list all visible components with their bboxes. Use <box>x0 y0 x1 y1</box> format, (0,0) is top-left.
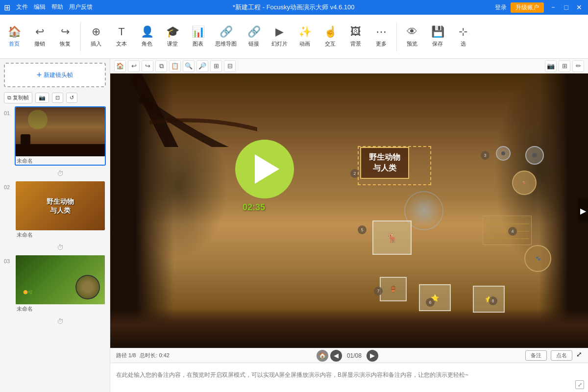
node-icon-4: 🐾 <box>536 256 540 261</box>
ground-silhouette <box>110 309 588 348</box>
page-indicator: 01/08 <box>344 352 365 359</box>
character-label: 角色 <box>142 40 152 48</box>
distribute-button[interactable]: ⊟ <box>224 60 236 72</box>
node-box-6[interactable]: ⭐ <box>419 284 451 311</box>
bottom-nav-bar: 路径 1/8 总时长: 0:42 🏠 ◀ 01/08 ▶ 备注 点名 ⤢ <box>110 348 588 363</box>
mindmap-icon: 🔗 <box>220 25 233 38</box>
toolbar-save[interactable]: 💾 保存 <box>425 17 450 56</box>
classroom-icon: 🎓 <box>166 25 179 38</box>
camera-button[interactable]: 📷 <box>35 93 49 103</box>
expand-icon[interactable]: ⤢ <box>576 350 582 361</box>
minimize-button[interactable]: － <box>548 3 559 12</box>
eye-dot-1 <box>501 151 505 155</box>
fit-button[interactable]: ⊡ <box>52 93 63 103</box>
main-canvas[interactable]: 02:35 野生动物 与人类 2 3 <box>110 74 588 348</box>
align-button[interactable]: ⊞ <box>210 60 222 72</box>
menu-edit[interactable]: 编辑 <box>34 3 46 12</box>
zoom-out-button[interactable]: 🔎 <box>196 60 208 72</box>
upgrade-button[interactable]: 升级账户 <box>511 2 544 13</box>
interact-label: 交互 <box>325 40 336 48</box>
paste-nav-button[interactable]: 📋 <box>169 60 181 72</box>
login-button[interactable]: 登录 <box>495 3 507 12</box>
toolbar-interact[interactable]: ☝ 交互 <box>318 17 343 56</box>
canvas-nav-right-button[interactable]: ▶ <box>578 198 588 223</box>
maximize-button[interactable]: □ <box>563 3 570 11</box>
notes-area: ⤢ <box>110 363 588 392</box>
home-nav-button[interactable]: 🏠 <box>114 60 126 72</box>
slide-item-2: 02 野生动物与人类 未命名 <box>4 180 106 240</box>
slide-thumbnail-1 <box>16 107 105 156</box>
toolbar-classroom[interactable]: 🎓 课堂 <box>160 17 185 56</box>
node-circle-4[interactable]: 🐾 <box>524 245 551 272</box>
chart-icon: 📊 <box>192 25 205 38</box>
slide-number-3: 03 <box>4 258 15 264</box>
node-circle-3[interactable]: 🦌 <box>512 171 537 195</box>
play-button[interactable] <box>235 140 294 198</box>
close-button[interactable]: ✕ <box>574 3 584 11</box>
animation-icon: ✨ <box>298 25 312 38</box>
slides-list: 01 未命名 ⏱ <box>0 104 110 392</box>
camera-nav-button[interactable]: 📷 <box>545 60 557 72</box>
classroom-label: 课堂 <box>167 40 178 48</box>
insert-label: 插入 <box>91 40 101 48</box>
slide-label-3: 未命名 <box>16 305 105 313</box>
redo-nav-button[interactable]: ↪ <box>142 60 153 72</box>
camera-icon: 📷 <box>39 95 46 101</box>
menu-icon: ⊞ <box>4 3 10 12</box>
sidebar: + 新建镜头帧 ⧉ 复制帧 📷 ⊡ ↺ 01 <box>0 59 110 392</box>
toolbar-background[interactable]: 🖼 背景 <box>343 17 368 56</box>
zoom-in-button[interactable]: 🔍 <box>183 60 195 72</box>
edit-button[interactable]: ✏ <box>572 60 584 72</box>
node-box-5[interactable]: 🦌 <box>372 220 412 255</box>
select-icon: ⊹ <box>459 25 467 38</box>
home-nav-btn[interactable]: 🏠 <box>317 350 328 362</box>
refresh-button[interactable]: ↺ <box>66 93 77 103</box>
add-icon: + <box>37 70 42 80</box>
next-page-button[interactable]: ▶ <box>367 350 378 362</box>
ladder-rung-1 <box>486 223 529 224</box>
eye-dot-2 <box>532 153 537 158</box>
titlebar-menu[interactable]: ⊞ 文件 编辑 帮助 用户反馈 <box>4 3 93 12</box>
toolbar-preview[interactable]: 👁 预览 <box>400 17 424 56</box>
toolbar-link[interactable]: 🔗 链接 <box>242 17 266 56</box>
toolbar-home[interactable]: 🏠 首页 <box>2 17 26 56</box>
deer-icon: 🦌 <box>386 232 398 244</box>
chart-label: 图表 <box>193 40 203 48</box>
toolbar-insert[interactable]: ⊕ 插入 <box>84 17 108 56</box>
notes-textarea[interactable] <box>116 371 582 385</box>
toolbar-more[interactable]: ⋯ 更多 <box>369 17 393 56</box>
slide-thumbnail-3: 🌼🌿 <box>16 255 105 304</box>
toolbar-character[interactable]: 👤 角色 <box>135 17 159 56</box>
undo-nav-button[interactable]: ↩ <box>128 60 140 72</box>
toolbar-redo[interactable]: ↪ 恢复 <box>53 17 77 56</box>
home-icon: 🏠 <box>8 25 21 38</box>
toolbar-mindmap[interactable]: 🔗 思维导图 <box>211 17 241 56</box>
toolbar-undo[interactable]: ↩ 撤销 <box>27 17 52 56</box>
copy-nav-button[interactable]: ⧉ <box>155 60 167 72</box>
slide-thumb-3[interactable]: 🌼🌿 未命名 <box>15 254 106 314</box>
grid-button[interactable]: ⊞ <box>559 60 570 72</box>
toolbar-animation[interactable]: ✨ 动画 <box>293 17 317 56</box>
menu-file[interactable]: 文件 <box>16 3 28 12</box>
menu-help[interactable]: 帮助 <box>51 3 63 12</box>
node-icon-7: 🏺 <box>390 286 397 293</box>
slide-thumb-2[interactable]: 野生动物与人类 未命名 <box>15 180 106 240</box>
notes-expand-button[interactable]: ⤢ <box>575 380 584 389</box>
total-length: 总时长: 0:42 <box>140 352 170 359</box>
toolbar-chart[interactable]: 📊 图表 <box>186 17 210 56</box>
toolbar-slide[interactable]: ▶ 幻灯片 <box>267 17 292 56</box>
canvas-toolbar: 🏠 ↩ ↪ ⧉ 📋 🔍 🔎 ⊞ ⊟ 📷 ⊞ ✏ <box>110 59 588 74</box>
slide-thumb-1[interactable]: 未命名 <box>15 106 106 166</box>
callout-button[interactable]: 点名 <box>551 350 572 361</box>
toolbar-select[interactable]: ⊹ 选 <box>451 17 475 56</box>
prev-page-button[interactable]: ◀ <box>330 350 342 362</box>
toolbar-text[interactable]: T 文本 <box>109 17 134 56</box>
copy-frame-button[interactable]: ⧉ 复制帧 <box>4 92 32 103</box>
background-label: 背景 <box>350 40 361 48</box>
menu-feedback[interactable]: 用户反馈 <box>69 3 93 12</box>
new-frame-button[interactable]: + 新建镜头帧 <box>4 63 106 87</box>
new-frame-label: 新建镜头帧 <box>44 71 73 79</box>
slide-separator-1: ⏱ <box>15 170 106 177</box>
node-box-7[interactable]: 🏺 <box>380 277 407 301</box>
notes-button[interactable]: 备注 <box>525 350 547 361</box>
